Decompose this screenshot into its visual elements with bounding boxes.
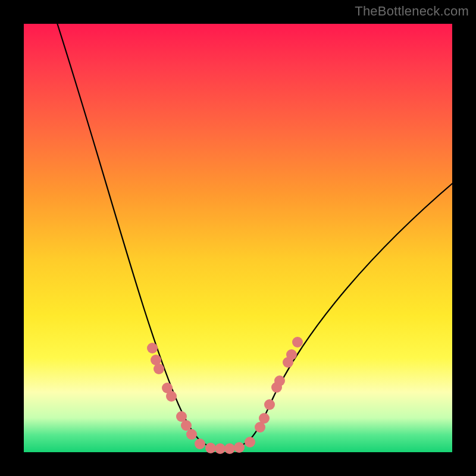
highlight-dot [195,439,205,449]
plot-area [24,24,452,452]
highlight-dots [147,337,303,454]
highlight-dot [286,349,297,360]
watermark-text: TheBottleneck.com [355,4,469,19]
highlight-dot [264,399,275,410]
highlight-dot [205,443,216,453]
highlight-dot [292,337,303,347]
chart-stage: TheBottleneck.com [0,0,476,476]
highlight-dot [224,443,235,454]
highlight-dot [259,413,270,424]
highlight-dot [147,343,158,353]
highlight-dot [186,429,197,440]
curve-layer [24,24,452,452]
highlight-dot [154,364,164,374]
bottleneck-curve [54,12,458,449]
highlight-dot [215,443,226,454]
highlight-dot [234,442,245,453]
highlight-dot [274,375,285,386]
highlight-dot [181,420,192,431]
highlight-dot [166,391,177,402]
highlight-dot [245,437,255,447]
